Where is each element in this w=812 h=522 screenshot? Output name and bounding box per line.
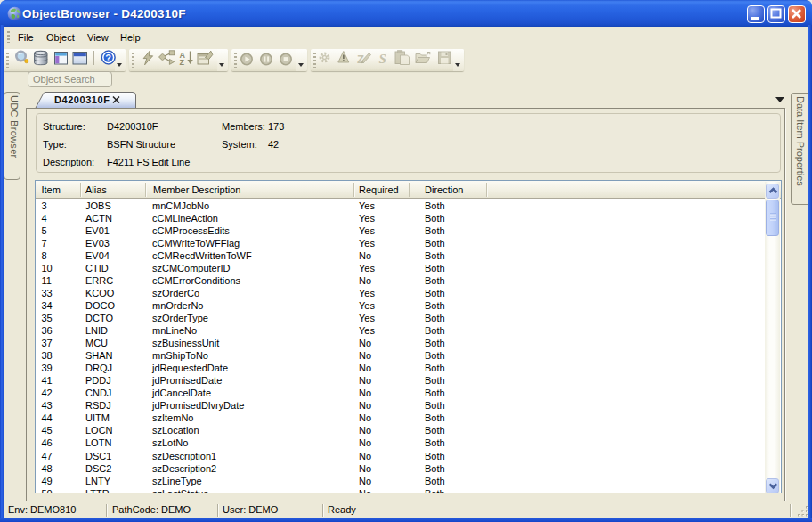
svg-text:S: S: [379, 52, 386, 66]
svg-text:?: ?: [105, 53, 111, 63]
svg-text:Z: Z: [180, 58, 185, 66]
svg-text:Z: Z: [357, 53, 364, 66]
